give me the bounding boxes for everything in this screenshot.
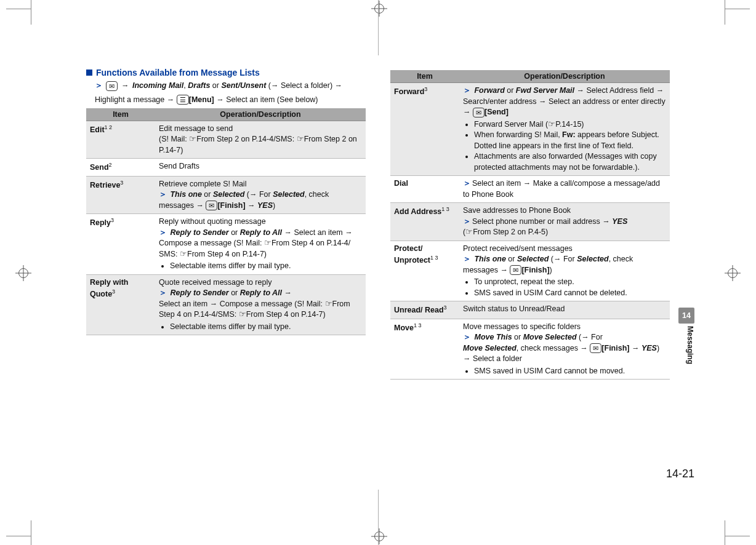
chevron-icon: ＞ [463,86,471,95]
table-row: Edit1 2 Edit message to send (S! Mail: ☞… [86,121,366,159]
row-desc: Switch status to Unread/Read [459,301,670,319]
registration-mark [374,4,384,14]
row-item: Protect/ Unprotect1 3 [390,241,459,301]
row-item: Unread/ Read3 [390,301,459,319]
intro-text: (→ Select a folder) → [268,81,342,90]
functions-table-left: Item Operation/Description Edit1 2 Edit … [86,108,366,336]
table-row: Forward3 ＞ Forward or Fwd Server Mail → … [390,83,670,176]
row-desc: Reply without quoting message ＞ Reply to… [155,214,366,275]
mail-key-icon: ✉ [473,108,485,117]
mail-key-icon: ✉ [106,81,118,91]
table-header-row: Item Operation/Description [390,70,670,83]
row-item: Add Address1 3 [390,203,459,241]
row-desc: Move messages to specific folders ＞ Move… [459,319,670,380]
crop-mark [31,0,31,25]
row-desc: Quote received message to reply ＞ Reply … [155,274,366,335]
chevron-icon: ＞ [463,333,471,341]
crop-mark [6,9,31,9]
chevron-icon: ＞ [463,217,471,226]
table-row: Reply with Quote3 Quote received message… [86,274,366,335]
chapter-tab: 14 [678,308,694,324]
bullet-item: Selectable items differ by mail type. [170,261,362,272]
chevron-icon: ＞ [95,81,103,90]
registration-mark [18,268,28,278]
row-item: Send2 [86,159,155,177]
bullet-item: When forwarding S! Mail, Fw: appears bef… [474,130,666,151]
section-heading: Functions Available from Message Lists [86,68,366,78]
intro-text: → Select an item (See below) [216,95,318,104]
col-header-item: Item [86,108,155,121]
col-header-op: Operation/Description [155,108,366,121]
functions-table-right: Item Operation/Description Forward3 ＞ Fo… [390,70,670,380]
chevron-icon: ＞ [159,190,167,199]
row-desc: Edit message to send (S! Mail: ☞From Ste… [155,121,366,159]
right-column: Item Operation/Description Forward3 ＞ Fo… [390,68,670,380]
intro-text: Sent/Unsent [221,81,266,90]
row-desc: Save addresses to Phone Book ＞Select pho… [459,203,670,241]
chevron-icon: ＞ [159,228,167,237]
row-item: Reply with Quote3 [86,274,155,335]
row-desc: ＞Select an item → Make a call/compose a … [459,176,670,203]
table-row: Dial ＞Select an item → Make a call/compo… [390,176,670,203]
crop-mark [725,0,725,25]
chapter-label: Messaging [686,326,694,364]
crop-mark [725,536,750,536]
row-desc: ＞ Forward or Fwd Server Mail → Select Ad… [459,83,670,176]
row-desc: Protect received/sent messages ＞ This on… [459,241,670,301]
crop-mark [378,490,379,545]
table-row: Retrieve3 Retrieve complete S! Mail ＞ Th… [86,176,366,214]
table-row: Add Address1 3 Save addresses to Phone B… [390,203,670,241]
row-item: Retrieve3 [86,176,155,214]
bullet-item: SMS saved in USIM Card cannot be deleted… [474,288,666,299]
row-desc: Send Drafts [155,159,366,177]
row-item: Move1 3 [390,319,459,380]
row-item: Forward3 [390,83,459,176]
row-desc: Retrieve complete S! Mail ＞ This one or … [155,176,366,214]
intro-text: [Menu] [189,95,214,104]
mail-key-icon: ✉ [206,201,217,210]
table-row: Reply3 Reply without quoting message ＞ R… [86,214,366,275]
chevron-icon: ＞ [463,179,471,188]
intro-line-1: ＞ ✉ → Incoming Mail, Drafts or Sent/Unse… [95,80,366,92]
page-number: 14-21 [666,467,694,480]
bullet-item: Attachments are also forwarded (Messages… [474,151,666,173]
row-item: Dial [390,176,459,203]
square-bullet-icon [86,70,92,76]
row-item: Edit1 2 [86,121,155,159]
intro-text: Highlight a message → [95,95,174,104]
mail-key-icon: ✉ [510,265,521,275]
row-item: Reply3 [86,214,155,275]
table-row: Protect/ Unprotect1 3 Protect received/s… [390,241,670,301]
chevron-icon: ＞ [159,288,167,297]
intro-line-2: Highlight a message → ☰[Menu] → Select a… [95,94,366,106]
left-column: Functions Available from Message Lists ＞… [86,68,366,380]
table-header-row: Item Operation/Description [86,108,366,121]
table-row: Unread/ Read3 Switch status to Unread/Re… [390,301,670,319]
crop-mark [725,520,725,545]
table-row: Move1 3 Move messages to specific folder… [390,319,670,380]
chevron-icon: ＞ [463,255,471,263]
crop-mark [31,520,31,545]
bullet-item: SMS saved in USIM Card cannot be moved. [474,366,666,377]
crop-mark [6,536,31,536]
bullet-item: To unprotect, repeat the step. [474,277,666,288]
registration-mark [374,531,384,541]
menu-key-icon: ☰ [177,95,189,105]
intro-text: Incoming Mail [132,81,183,90]
bullet-item: Selectable items differ by mail type. [170,322,362,333]
mail-key-icon: ✉ [590,343,601,353]
col-header-item: Item [390,70,459,83]
col-header-op: Operation/Description [459,70,670,83]
crop-mark [725,9,750,9]
table-row: Send2 Send Drafts [86,159,366,177]
crop-mark [378,0,379,55]
registration-mark [728,268,738,278]
intro-text: Drafts [188,81,210,90]
heading-text: Functions Available from Message Lists [96,68,260,78]
bullet-item: Forward Server Mail (☞P.14-15) [474,119,666,130]
